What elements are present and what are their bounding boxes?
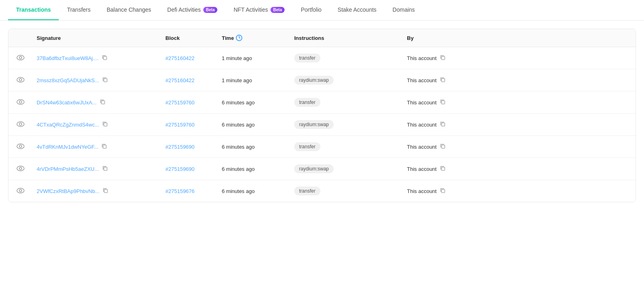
col-header-icon: [17, 35, 37, 41]
eye-icon: [17, 143, 25, 149]
svg-point-13: [19, 123, 22, 125]
svg-rect-19: [442, 145, 445, 148]
by-cell: This account: [407, 55, 627, 62]
by-copy-icon[interactable]: [440, 121, 446, 128]
instruction-badge: raydium:swap: [294, 76, 334, 85]
svg-rect-27: [442, 189, 445, 193]
signature-cell: 4rVDrPMmPsHb5aeZXU...: [37, 166, 165, 172]
tab-nft-activities[interactable]: NFT ActivitiesBeta: [225, 0, 293, 20]
col-header-by: By: [407, 35, 627, 41]
block-cell: #275159760: [165, 99, 222, 106]
svg-rect-6: [104, 79, 107, 82]
signature-cell: 4vTdRKnMJv1dwNYeGF...: [37, 143, 165, 150]
block-cell: #275159760: [165, 121, 222, 128]
table-row: 37Ba6dfbzTxui8ueW8Aj.... #2751604221 min…: [8, 47, 636, 69]
block-cell: #275160422: [165, 77, 222, 83]
table-row: 4rVDrPMmPsHb5aeZXU... #2751596906 minute…: [8, 158, 636, 180]
svg-rect-18: [103, 145, 106, 148]
by-copy-icon[interactable]: [440, 143, 446, 150]
eye-icon-cell[interactable]: [17, 121, 37, 128]
instruction-cell: transfer: [294, 98, 407, 107]
signature-link[interactable]: 2VWfCzxRtBAp9PhbvNb...: [37, 188, 99, 194]
table-row: 4vTdRKnMJv1dwNYeGF... #2751596906 minute…: [8, 136, 636, 158]
tab-stake-accounts[interactable]: Stake Accounts: [330, 0, 385, 20]
signature-link[interactable]: 37Ba6dfbzTxui8ueW8Aj....: [37, 55, 99, 61]
eye-icon-cell[interactable]: [17, 188, 37, 195]
by-copy-icon[interactable]: [440, 166, 446, 172]
block-link[interactable]: #275160422: [165, 77, 194, 83]
beta-badge-defi-activities: Beta: [203, 7, 218, 13]
svg-point-5: [19, 79, 22, 81]
block-cell: #275159676: [165, 188, 222, 194]
signature-link[interactable]: DrSN4w63cabx6wJUxA...: [37, 100, 97, 106]
col-header-instructions: Instructions: [294, 35, 407, 41]
signature-link[interactable]: 4rVDrPMmPsHb5aeZXU...: [37, 166, 99, 172]
by-label: This account: [407, 100, 437, 106]
instruction-cell: transfer: [294, 142, 407, 151]
svg-rect-26: [104, 189, 107, 193]
col-header-time: Time: [222, 35, 294, 41]
by-cell: This account: [407, 188, 627, 195]
block-link[interactable]: #275159760: [165, 100, 194, 106]
table-body: 37Ba6dfbzTxui8ueW8Aj.... #2751604221 min…: [8, 47, 636, 202]
by-cell: This account: [407, 166, 627, 172]
time-cell: 6 minutes ago: [222, 188, 294, 194]
copy-icon[interactable]: [100, 99, 105, 106]
by-cell: This account: [407, 121, 627, 128]
signature-link[interactable]: 4vTdRKnMJv1dwNYeGF...: [37, 144, 98, 150]
eye-icon-cell[interactable]: [17, 55, 37, 62]
copy-icon[interactable]: [103, 188, 108, 195]
time-cell: 6 minutes ago: [222, 122, 294, 128]
instruction-badge: raydium:swap: [294, 120, 334, 129]
copy-icon[interactable]: [102, 121, 108, 128]
svg-rect-14: [104, 123, 107, 126]
block-link[interactable]: #275159676: [165, 188, 194, 194]
eye-icon-cell[interactable]: [17, 143, 37, 150]
instruction-badge: transfer: [294, 98, 320, 107]
tabs-bar: TransactionsTransfersBalance ChangesDefi…: [0, 0, 644, 21]
block-link[interactable]: #275159690: [165, 144, 194, 150]
tab-balance-changes[interactable]: Balance Changes: [99, 0, 159, 20]
svg-point-17: [19, 145, 22, 147]
svg-point-12: [17, 122, 24, 127]
by-copy-icon[interactable]: [440, 188, 446, 195]
svg-rect-15: [442, 123, 445, 126]
signature-cell: DrSN4w63cabx6wJUxA...: [37, 99, 165, 106]
by-cell: This account: [407, 143, 627, 150]
tab-transfers[interactable]: Transfers: [59, 0, 99, 20]
eye-icon-cell[interactable]: [17, 166, 37, 172]
block-link[interactable]: #275160422: [165, 55, 194, 61]
svg-point-1: [19, 56, 22, 59]
by-copy-icon[interactable]: [440, 55, 446, 62]
block-cell: #275159690: [165, 143, 222, 150]
svg-rect-3: [442, 56, 445, 60]
eye-icon-cell[interactable]: [17, 99, 37, 106]
signature-cell: 4CTxaQRcZgZnmdS4wc...: [37, 121, 165, 128]
instruction-badge: raydium:swap: [294, 164, 334, 173]
tab-defi-activities[interactable]: Defi ActivitiesBeta: [159, 0, 226, 20]
block-link[interactable]: #275159760: [165, 122, 194, 128]
instruction-cell: transfer: [294, 187, 407, 195]
by-label: This account: [407, 144, 437, 150]
copy-icon[interactable]: [102, 166, 108, 172]
by-label: This account: [407, 166, 437, 172]
tab-domains[interactable]: Domains: [384, 0, 423, 20]
eye-icon-cell[interactable]: [17, 77, 37, 84]
signature-cell: 37Ba6dfbzTxui8ueW8Aj....: [37, 55, 165, 62]
by-copy-icon[interactable]: [440, 77, 446, 84]
by-copy-icon[interactable]: [440, 99, 446, 106]
copy-icon[interactable]: [101, 143, 107, 150]
signature-link[interactable]: 2mssz8xzGq5ADUjaNkS...: [37, 77, 99, 83]
svg-point-9: [19, 101, 22, 103]
time-cell: 6 minutes ago: [222, 100, 294, 106]
tab-portfolio[interactable]: Portfolio: [293, 0, 329, 20]
block-link[interactable]: #275159690: [165, 166, 194, 172]
eye-icon: [17, 188, 25, 193]
tab-transactions[interactable]: Transactions: [8, 0, 59, 20]
copy-icon[interactable]: [102, 55, 107, 62]
copy-icon[interactable]: [102, 77, 108, 84]
instruction-cell: raydium:swap: [294, 120, 407, 129]
svg-point-8: [17, 100, 24, 104]
signature-link[interactable]: 4CTxaQRcZgZnmdS4wc...: [37, 122, 99, 128]
svg-rect-7: [442, 79, 445, 82]
